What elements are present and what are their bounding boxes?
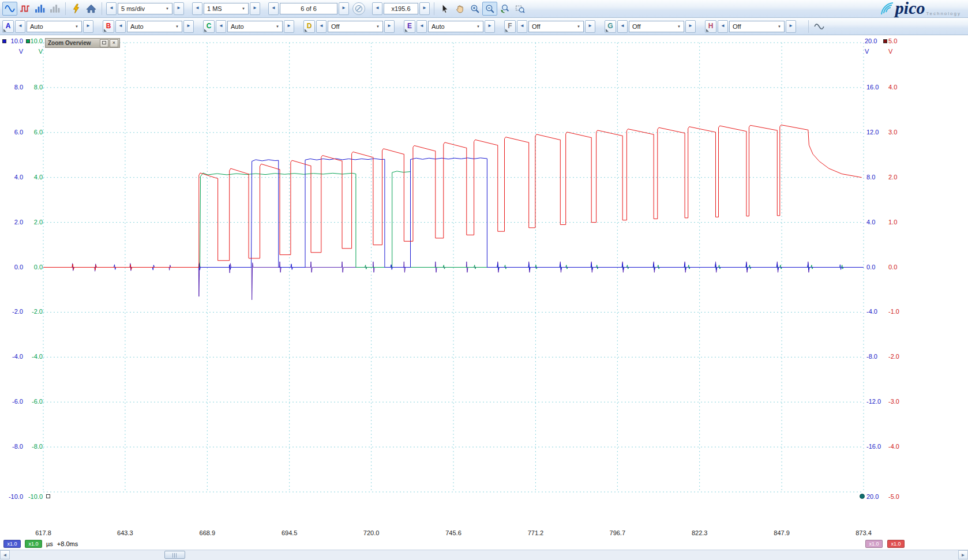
axis-zoom-badge-e[interactable]: x1.0 <box>865 540 883 548</box>
zoom-in-tool-button[interactable] <box>467 2 482 16</box>
status-right-group: x1.0 x1.0 <box>865 540 905 548</box>
samples-select[interactable]: 1 MS ▼ <box>204 3 249 14</box>
channel-c-range-next-button[interactable]: ► <box>284 20 294 33</box>
channel-d-button[interactable]: D <box>303 20 315 33</box>
channel-b-range-prev-button[interactable]: ◄ <box>115 20 126 33</box>
zoom-overview-window[interactable]: Zoom Overview × <box>45 38 120 48</box>
signal-generator-button[interactable] <box>812 20 827 33</box>
auto-setup-button[interactable] <box>69 2 84 16</box>
zoom-factor-value: x195.6 <box>391 5 410 12</box>
axis-tick-label: -8.0 <box>25 443 43 450</box>
pointer-tool-button[interactable] <box>437 2 452 16</box>
zoom-factor-prev-button[interactable]: ◄ <box>372 2 382 15</box>
buffer-navigator-button[interactable] <box>352 2 365 15</box>
spectrum-mode-button[interactable] <box>32 2 47 16</box>
chevron-down-icon: ▼ <box>172 25 179 28</box>
home-settings-button[interactable] <box>84 2 99 16</box>
channel-g-button[interactable]: G <box>605 20 616 33</box>
zoom-to-selection-button[interactable] <box>512 2 527 16</box>
zoom-factor-display: x195.6 <box>384 3 418 14</box>
channel-e-button[interactable]: E <box>404 20 415 33</box>
channel-d-range-prev-button[interactable]: ◄ <box>316 20 327 33</box>
axis-tick-label: -1.0 <box>888 308 908 315</box>
channel-g-range-next-button[interactable]: ► <box>685 20 696 33</box>
channel-e-axis-marker[interactable] <box>860 494 865 499</box>
horizontal-scrollbar[interactable]: ◄ ► <box>0 550 968 560</box>
axis-tick-label: -6.0 <box>0 398 23 405</box>
samples-prev-button[interactable]: ◄ <box>192 2 202 15</box>
timebase-prev-button[interactable]: ◄ <box>106 2 117 15</box>
scroll-left-button[interactable]: ◄ <box>0 550 10 559</box>
axis-zoom-badge-c[interactable]: x1.0 <box>25 540 42 548</box>
close-icon[interactable]: × <box>110 39 118 47</box>
timebase-next-button[interactable]: ► <box>174 2 184 15</box>
axis-tick-label: -8.0 <box>0 443 23 450</box>
logo-swoosh-icon <box>876 1 895 17</box>
channel-g-range-prev-button[interactable]: ◄ <box>617 20 628 33</box>
chevron-down-icon: ▼ <box>72 25 78 28</box>
bars-disabled-icon <box>50 3 60 14</box>
channel-g-range-select[interactable]: Off▼ <box>629 21 684 32</box>
axis-tick-label: V <box>0 48 23 55</box>
channel-e-range-next-button[interactable]: ► <box>485 20 495 33</box>
channel-b-range-select[interactable]: Auto▼ <box>127 21 182 32</box>
channel-b-axis-marker[interactable] <box>883 39 887 43</box>
x-axis-unit: µs <box>46 540 53 547</box>
scrollbar-thumb[interactable] <box>164 551 185 559</box>
hand-tool-button[interactable] <box>452 2 467 16</box>
channel-c-range-select[interactable]: Auto▼ <box>227 21 283 32</box>
channel-f-range-prev-button[interactable]: ◄ <box>517 20 527 33</box>
channel-a-range-prev-button[interactable]: ◄ <box>15 20 25 33</box>
axis-tick-label: 4.0 <box>0 174 23 181</box>
channel-h-range-prev-button[interactable]: ◄ <box>718 20 728 33</box>
channel-a-axis-marker[interactable] <box>2 39 6 43</box>
channel-d-range-select[interactable]: Off▼ <box>328 21 383 32</box>
channel-b-range-next-button[interactable]: ► <box>183 20 194 33</box>
axis-offset-handle[interactable] <box>46 494 50 498</box>
zoom-out-tool-button[interactable] <box>482 2 497 16</box>
zoom-factor-next-button[interactable]: ► <box>419 2 430 15</box>
undo-zoom-button[interactable] <box>497 2 512 16</box>
channel-a-range-select[interactable]: Auto▼ <box>27 21 82 32</box>
channel-c-axis-marker[interactable] <box>26 39 30 43</box>
xy-mode-button[interactable] <box>47 2 62 16</box>
channel-a-range-next-button[interactable]: ► <box>83 20 93 33</box>
axis-zoom-badge-b[interactable]: x1.0 <box>887 540 905 548</box>
channel-a-button[interactable]: A <box>2 20 14 33</box>
logo-wordmark: pico <box>895 1 925 16</box>
channel-f-range-next-button[interactable]: ► <box>585 20 595 33</box>
channel-h-range-value: Off <box>733 23 741 30</box>
logo-subtitle: Technology <box>926 11 961 16</box>
waveform-canvas[interactable] <box>0 35 968 528</box>
channel-e-range-select[interactable]: Auto▼ <box>428 21 483 32</box>
waveform-view[interactable]: Zoom Overview × 8.06.04.02.00.0-2.0-4.0-… <box>0 35 968 528</box>
axis-tick-label: 2.0 <box>888 174 908 181</box>
axis-tick-label: -10.0 <box>0 493 23 501</box>
buffer-next-button[interactable]: ► <box>339 2 349 15</box>
scope-mode-button[interactable] <box>2 2 17 16</box>
channel-h-menu-corner-icon <box>706 29 709 32</box>
buffer-prev-button[interactable]: ◄ <box>268 2 279 15</box>
channel-h-range-next-button[interactable]: ► <box>786 20 796 33</box>
timebase-select[interactable]: 5 ms/div ▼ <box>118 3 172 14</box>
channel-b-button[interactable]: B <box>103 20 114 33</box>
channel-c-range-prev-button[interactable]: ◄ <box>216 20 226 33</box>
channel-c-button[interactable]: C <box>203 20 215 33</box>
persistence-mode-button[interactable] <box>17 2 32 16</box>
channel-e-range-prev-button[interactable]: ◄ <box>417 20 427 33</box>
channel-f-button[interactable]: F <box>504 20 516 33</box>
scroll-right-button[interactable]: ► <box>958 550 968 559</box>
channel-d-range-next-button[interactable]: ► <box>384 20 395 33</box>
toolbar-separator <box>65 2 66 15</box>
channel-h-button[interactable]: H <box>705 20 716 33</box>
scrollbar-track[interactable] <box>10 550 958 560</box>
x-axis-tick-label: 796.7 <box>610 529 626 536</box>
channel-h-range-select[interactable]: Off▼ <box>729 21 785 32</box>
channel-f-range-select[interactable]: Off▼ <box>528 21 584 32</box>
axis-zoom-badge-a[interactable]: x1.0 <box>3 540 21 548</box>
waveform-channel-b <box>43 125 862 270</box>
samples-next-button[interactable]: ► <box>250 2 260 15</box>
popout-icon[interactable] <box>100 39 108 47</box>
toolbar-separator <box>434 2 434 15</box>
chevron-down-icon: ▼ <box>674 25 681 28</box>
